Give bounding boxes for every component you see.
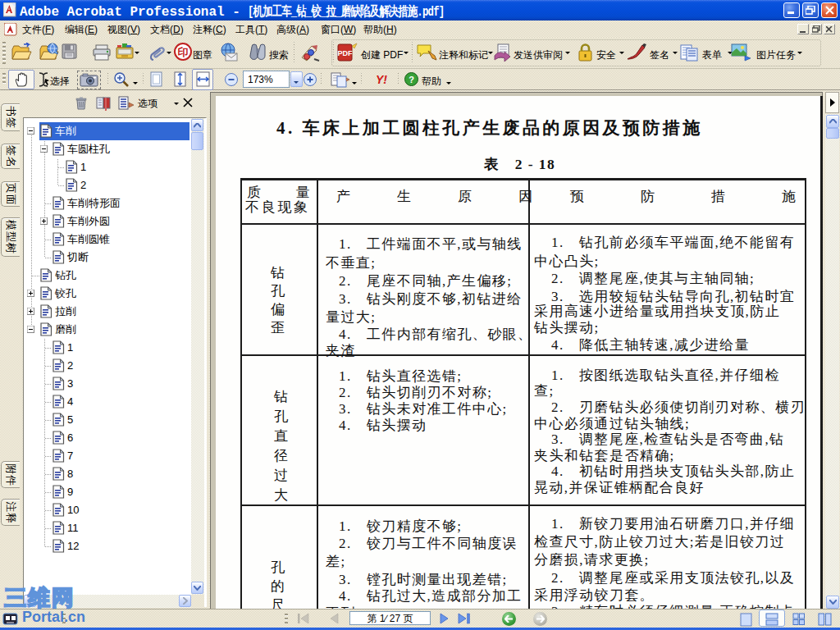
svg-text:PDF: PDF (338, 49, 354, 57)
svg-text:印: 印 (178, 46, 189, 58)
svg-text:?: ? (409, 75, 414, 84)
